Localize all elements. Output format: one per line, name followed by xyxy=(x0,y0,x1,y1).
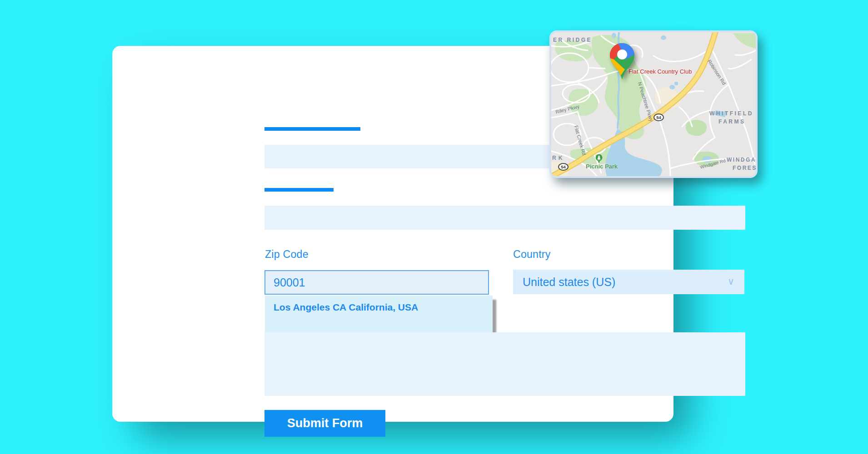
zip-code-input[interactable] xyxy=(264,270,489,295)
map-label-windgate-forest-2: FORES xyxy=(733,165,757,171)
map-label-windgate-forest-1: WINDGA xyxy=(727,157,756,163)
country-select[interactable]: United states (US) ∨ xyxy=(513,270,744,294)
chevron-down-icon: ∨ xyxy=(728,276,734,287)
country-label: Country xyxy=(513,248,551,261)
map-thumbnail: ER RIDGE Robinson Rd Flat Creek Country … xyxy=(549,30,758,178)
map-label-park-cutoff: RK xyxy=(552,155,564,161)
park-tree-icon xyxy=(595,154,603,163)
zip-code-label: Zip Code xyxy=(265,248,309,261)
map-label-picnic-park: Picnic Park xyxy=(586,163,618,170)
autocomplete-suggestion[interactable]: Los Angeles CA California, USA xyxy=(274,302,418,313)
skeleton-textarea xyxy=(264,332,745,396)
submit-form-button[interactable]: Submit Form xyxy=(264,410,385,437)
map-label-er-ridge: ER RIDGE xyxy=(553,37,592,43)
map-label-farms: FARMS xyxy=(718,118,746,125)
skeleton-label-bar-2 xyxy=(264,188,334,192)
skeleton-label-bar-1 xyxy=(264,127,360,131)
route-54-shield: 54 xyxy=(558,163,569,171)
skeleton-input-2 xyxy=(264,206,745,230)
map-label-whitfield: WHITFIELD xyxy=(709,110,753,117)
country-selected-value: United states (US) xyxy=(523,276,615,289)
google-maps-pin-icon xyxy=(609,42,636,82)
map-poi-flat-creek-country-club: Flat Creek Country Club xyxy=(629,68,692,75)
route-54-shield: 54 xyxy=(653,114,664,121)
